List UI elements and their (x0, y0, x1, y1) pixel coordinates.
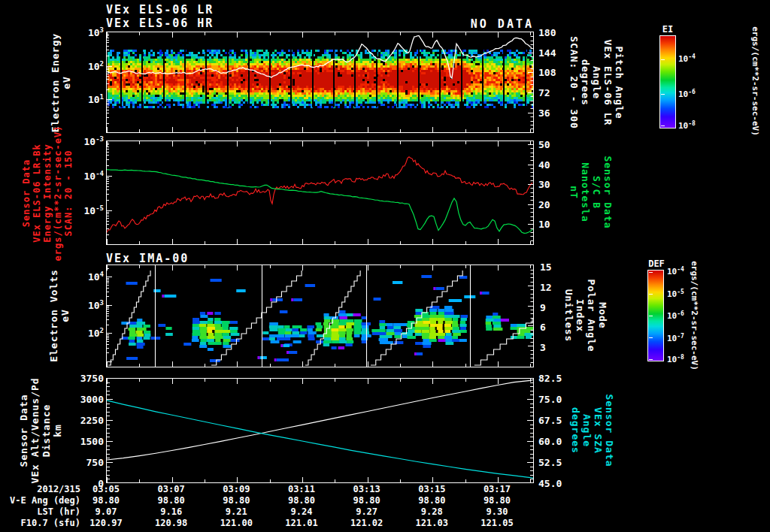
p4-right-tick-label: 75.0 (538, 394, 573, 405)
time-tick-label: 03:05 (76, 484, 136, 494)
annotation-value: 121.01 (271, 518, 332, 528)
panel1-title-line2: VEx ELS-06 HR (106, 17, 214, 30)
colorbar-tick (649, 337, 653, 338)
annotation-value: 98.80 (271, 495, 332, 506)
def-colorbar-tick-label: 10-6 (667, 310, 697, 322)
p4-left-tick-label: 3000 (72, 394, 104, 405)
p4-right-tick-label: 67.5 (538, 415, 573, 426)
time-tick-label: 03:13 (337, 484, 397, 494)
p4-right-tick-label: 52.5 (538, 457, 573, 468)
annotation-value: 98.80 (337, 495, 397, 506)
p3-right-tick-label: 6 (540, 322, 571, 333)
row-label-f107: F10.7 (sfu) (5, 518, 80, 528)
p1-right-tick-label: 108 (538, 67, 570, 78)
p3-left-tick-label: 102 (69, 327, 104, 339)
vex-orbit-plot-screen: VEx ELS-06 LR VEx ELS-06 HR NO DATA VEx … (0, 0, 770, 532)
panel3-left-axis-label: Electron Volts eV (48, 269, 71, 362)
colorbar-tick (661, 94, 665, 95)
p1-left-tick-label: 102 (66, 60, 104, 72)
no-data-label: NO DATA (236, 17, 534, 31)
p2-right-tick-label: 20 (538, 198, 570, 210)
annotation-value: 9.16 (141, 506, 202, 517)
time-tick-label: 03:07 (141, 484, 202, 494)
annotation-value: 121.03 (402, 518, 462, 528)
intensity-bfield-canvas (106, 141, 534, 245)
annotation-value: 98.80 (402, 495, 462, 506)
ei-colorbar-tick-label: 10-6 (678, 89, 708, 100)
annotation-value: 98.80 (141, 495, 202, 506)
colorbar-tick (649, 359, 653, 360)
panel1-right-axis-label: Pitch Angle VEx ELS-06 LR Angle degrees … (568, 36, 625, 129)
def-colorbar-tick-label: 10-8 (667, 354, 697, 365)
annotation-value: 121.05 (467, 518, 527, 528)
ei-colorbar-units: ergs/(cm**2-sr-sec-eV) (750, 26, 761, 136)
p4-left-tick-label: 3750 (72, 373, 104, 384)
ei-colorbar-tick-label: 10-4 (678, 53, 708, 65)
panel2-right-axis-label: Sensor Data S/C B Nanotesla nT (568, 156, 614, 228)
def-colorbar (647, 270, 664, 361)
colorbar-tick (649, 272, 653, 273)
row-label-lst: LST (hr) (5, 506, 80, 517)
p3-left-tick-label: 103 (69, 298, 104, 310)
colorbar-tick (649, 316, 653, 316)
panel3-title: VEx IMA-00 (106, 252, 189, 265)
time-tick-label: 03:15 (402, 484, 462, 494)
p1-right-tick-label: 36 (538, 107, 570, 118)
p1-left-tick-label: 103 (66, 26, 104, 38)
p3-right-tick-label: 9 (540, 301, 571, 313)
annotation-value: 121.00 (206, 518, 266, 528)
time-tick-label: 03:09 (206, 484, 266, 494)
annotation-value: 9.30 (467, 506, 527, 517)
ei-colorbar-tick-label: 10-8 (678, 120, 708, 131)
panel1-left-axis-label: Electron Energy eV (50, 33, 72, 132)
p3-left-tick-label: 104 (69, 271, 104, 283)
p4-right-tick-label: 82.5 (538, 373, 573, 384)
annotation-value: 9.07 (76, 506, 136, 517)
p1-right-tick-label: 180 (538, 26, 570, 38)
p1-right-tick-label: 72 (538, 87, 570, 98)
annotation-value: 9.24 (271, 506, 332, 517)
time-tick-label: 03:17 (467, 484, 527, 494)
p4-left-tick-label: 750 (72, 457, 104, 468)
annotation-value: 121.02 (337, 518, 397, 528)
ei-colorbar-title: EI (659, 24, 676, 35)
row-label-ve-ang: V-E Ang (deg) (5, 495, 80, 506)
def-colorbar-tick-label: 10-7 (667, 332, 697, 343)
annotation-value: 120.97 (76, 518, 136, 528)
panel4-left-axis-label: Sensor Data VEx Alt/Venus/Pd Distance km (18, 377, 63, 483)
altitude-sza-canvas (106, 378, 534, 483)
annotation-value: 98.80 (467, 495, 527, 506)
p3-right-tick-label: 12 (540, 281, 571, 292)
p2-left-tick-label: 10-4 (63, 170, 104, 182)
def-colorbar-title: DEF (647, 258, 666, 269)
colorbar-tick (661, 59, 665, 60)
time-tick-label: 03:11 (271, 484, 332, 494)
p2-right-tick-label: 30 (538, 179, 570, 190)
def-colorbar-tick-label: 10-5 (667, 288, 697, 299)
ei-colorbar (659, 35, 676, 128)
ima-spectrogram-canvas (106, 264, 534, 367)
annotation-value: 9.27 (337, 506, 397, 517)
p2-right-tick-label: 50 (538, 138, 570, 150)
panel1-title-line1: VEx ELS-06 LR (106, 3, 214, 17)
p2-right-tick-label: 40 (538, 159, 570, 170)
colorbar-tick (661, 125, 665, 126)
annotation-value: 98.80 (206, 495, 266, 506)
p2-left-tick-label: 10-5 (63, 204, 104, 216)
def-colorbar-tick-label: 10-4 (667, 266, 697, 277)
annotation-value: 98.80 (76, 495, 136, 506)
p4-left-tick-label: 1500 (72, 436, 104, 447)
annotation-value: 9.28 (402, 506, 462, 517)
p4-right-tick-label: 60.0 (538, 436, 573, 447)
annotation-value: 120.98 (141, 518, 202, 528)
p4-left-tick-label: 2250 (72, 415, 104, 426)
annotation-value: 9.21 (206, 506, 266, 517)
p2-left-tick-label: 10-3 (63, 135, 104, 147)
els-spectrogram-canvas (106, 32, 534, 133)
panel4-right-axis-label: Sensor Data VEx SZA Angle degrees (570, 394, 615, 467)
p1-right-tick-label: 144 (538, 47, 570, 58)
p3-right-tick-label: 15 (540, 261, 571, 273)
p2-right-tick-label: 10 (538, 219, 570, 230)
p4-right-tick-label: 45.0 (538, 478, 573, 489)
p3-right-tick-label: 3 (540, 342, 571, 353)
